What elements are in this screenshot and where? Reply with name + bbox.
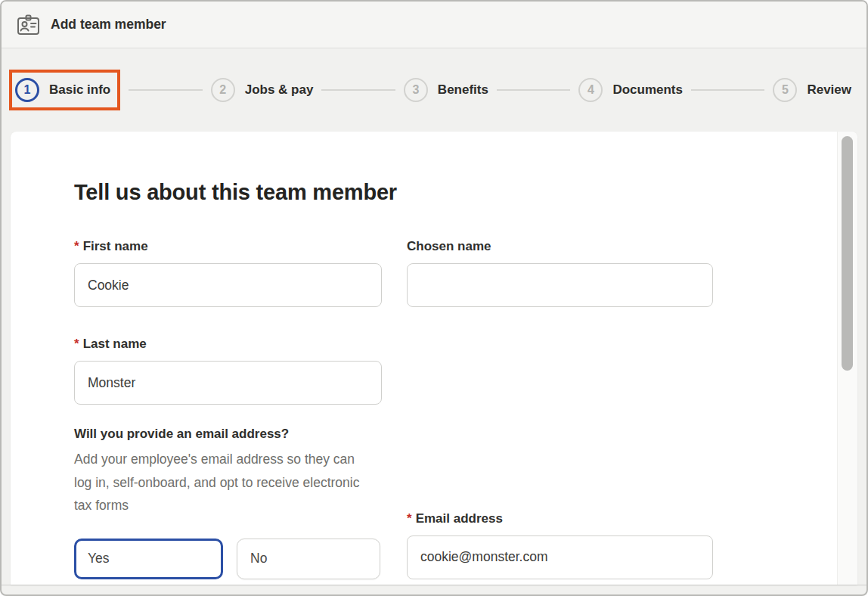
page-title: Add team member (51, 17, 166, 33)
email-input[interactable] (407, 535, 713, 579)
step-label: Benefits (438, 82, 488, 98)
scrollbar-track[interactable] (837, 132, 857, 585)
basic-info-form-card: Tell us about this team member *First na… (11, 132, 857, 585)
email-label: *Email address (407, 511, 713, 526)
first-name-label: *First name (74, 238, 382, 254)
chosen-name-field-group: Chosen name (407, 238, 713, 307)
add-team-member-window: Add team member 1 Basic info 2 Jobs & pa… (0, 0, 868, 596)
step-label: Documents (612, 82, 683, 98)
first-name-field-group: *First name (74, 238, 382, 307)
step-documents[interactable]: 4 Documents (578, 78, 683, 102)
empty-cell (407, 336, 713, 405)
email-question-label: Will you provide an email address? (74, 426, 382, 442)
required-asterisk: * (74, 337, 79, 351)
form-title: Tell us about this team member (74, 180, 857, 205)
step-connector-line (691, 89, 764, 91)
no-option-button[interactable]: No (237, 539, 380, 579)
last-name-label: *Last name (74, 336, 382, 352)
page-header: Add team member (2, 2, 866, 48)
yes-option-button[interactable]: Yes (74, 539, 223, 579)
required-asterisk: * (74, 239, 79, 253)
last-name-input[interactable] (74, 361, 382, 405)
scrollbar-thumb[interactable] (842, 136, 853, 371)
main-content-area: Tell us about this team member *First na… (2, 132, 866, 585)
progress-stepper: 1 Basic info 2 Jobs & pay 3 Benefits 4 D… (2, 48, 866, 132)
step-benefits[interactable]: 3 Benefits (404, 78, 488, 102)
step-label: Review (807, 82, 851, 98)
step-basic-info[interactable]: 1 Basic info (15, 78, 110, 102)
email-question-options: Yes No (74, 539, 382, 579)
step-connector-line (129, 89, 202, 91)
step-number-circle: 4 (578, 78, 603, 102)
step-label: Jobs & pay (245, 82, 314, 98)
chosen-name-label: Chosen name (407, 238, 713, 254)
required-asterisk: * (407, 511, 412, 526)
form-grid: *First name Chosen name *Last name (74, 238, 857, 579)
step-number-circle: 5 (773, 78, 797, 102)
step-connector-line (497, 89, 570, 91)
active-step-highlight: 1 Basic info (9, 70, 120, 110)
chosen-name-input[interactable] (407, 263, 713, 307)
email-question-group: Will you provide an email address? Add y… (74, 426, 382, 579)
step-number-circle: 2 (211, 78, 235, 102)
step-connector-line (321, 89, 395, 91)
last-name-field-group: *Last name (74, 336, 382, 405)
email-question-helper-text: Add your employee's email address so the… (74, 448, 370, 517)
step-number-circle: 1 (15, 78, 39, 102)
step-label: Basic info (49, 82, 110, 98)
email-field-group: *Email address (407, 511, 713, 579)
step-jobs-pay[interactable]: 2 Jobs & pay (211, 78, 314, 102)
step-number-circle: 3 (404, 78, 428, 102)
first-name-input[interactable] (74, 263, 382, 307)
id-badge-icon (17, 14, 40, 36)
step-review[interactable]: 5 Review (773, 78, 851, 102)
